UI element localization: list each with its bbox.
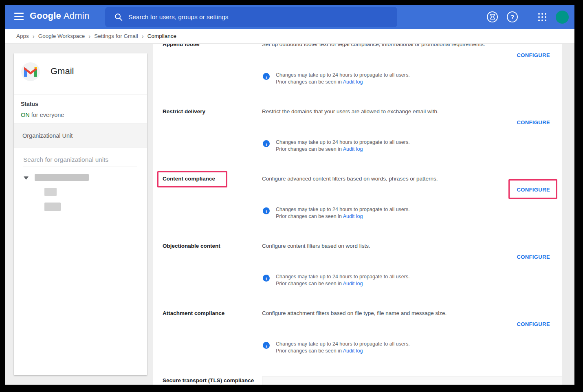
audit-log-link[interactable]: Audit log <box>343 281 363 286</box>
org-unit-child-redacted[interactable] <box>44 203 61 211</box>
chevron-right-icon: › <box>142 33 144 39</box>
audit-log-link[interactable]: Audit log <box>343 348 363 354</box>
global-search-input[interactable] <box>128 7 388 27</box>
org-unit-card: Gmail Status ON for everyone Organizatio… <box>14 53 147 375</box>
status-label: Status <box>21 101 38 107</box>
setting-description: Set up outbound footer text for legal co… <box>262 44 539 48</box>
note-line2: Prior changes can be seen in Audit log <box>276 146 363 152</box>
org-unit-search <box>23 154 137 167</box>
trial-hourglass-icon[interactable] <box>487 11 498 22</box>
info-icon <box>263 73 270 80</box>
chevron-right-icon: › <box>33 33 35 39</box>
status-value: ON for everyone <box>21 112 64 118</box>
setting-row-restrict-delivery: Restrict delivery Restrict the domains t… <box>153 108 562 174</box>
info-icon <box>263 342 270 349</box>
audit-log-link[interactable]: Audit log <box>343 214 363 219</box>
breadcrumb-settings-for-gmail[interactable]: Settings for Gmail <box>94 33 138 39</box>
note-line1: Changes may take up to 24 hours to propa… <box>276 207 410 212</box>
note-line2-text: Prior changes can be seen in <box>276 146 342 152</box>
account-avatar[interactable] <box>556 11 569 24</box>
global-search-bar[interactable] <box>105 7 397 27</box>
note-line1: Changes may take up to 24 hours to propa… <box>276 274 410 280</box>
org-unit-child-redacted[interactable] <box>44 188 57 196</box>
setting-description: Configure attachment filters based on fi… <box>262 310 539 317</box>
setting-description: Configure advanced content filters based… <box>262 176 539 182</box>
apps-grid-icon[interactable] <box>538 13 546 21</box>
product-logo[interactable]: GoogleAdmin <box>30 11 89 21</box>
setting-label: Secure transport (TLS) compliance <box>163 377 268 384</box>
org-unit-root-redacted[interactable] <box>35 174 89 181</box>
setting-description: Configure content filters based on word … <box>262 243 539 249</box>
configure-button[interactable]: CONFIGURE <box>517 119 550 126</box>
note-line1: Changes may take up to 24 hours to propa… <box>276 72 410 78</box>
top-app-bar: GoogleAdmin ? <box>5 5 574 29</box>
org-unit-label: Organizational Unit <box>22 132 73 139</box>
chevron-right-icon: › <box>88 33 90 39</box>
setting-row-attachment-compliance: Attachment compliance Configure attachme… <box>153 310 562 375</box>
configure-button[interactable]: CONFIGURE <box>517 187 550 193</box>
configure-button[interactable]: CONFIGURE <box>517 254 550 260</box>
configure-button[interactable]: CONFIGURE <box>517 52 550 58</box>
note-line1: Changes may take up to 24 hours to propa… <box>276 341 410 347</box>
settings-list: Append footer Set up outbound footer tex… <box>153 44 562 385</box>
brand-google: Google <box>30 11 61 21</box>
setting-row-tls-compliance: Secure transport (TLS) compliance <box>153 377 562 385</box>
brand-admin: Admin <box>64 11 89 21</box>
note-line2-text: Prior changes can be seen in <box>276 79 342 85</box>
breadcrumb-apps[interactable]: Apps <box>16 33 29 39</box>
setting-label: Attachment compliance <box>163 310 258 317</box>
page-body: Gmail Status ON for everyone Organizatio… <box>5 44 574 385</box>
service-header: Gmail <box>14 53 147 95</box>
admin-console-window: GoogleAdmin ? Apps › <box>5 5 574 385</box>
search-icon <box>114 13 123 22</box>
breadcrumb: Apps › Google Workspace › Settings for G… <box>5 29 574 44</box>
setting-label: Content compliance <box>163 176 258 182</box>
question-glyph: ? <box>510 13 514 20</box>
setting-label: Restrict delivery <box>163 108 258 115</box>
note-line2: Prior changes can be seen in Audit log <box>276 281 363 286</box>
note-line2: Prior changes can be seen in Audit log <box>276 214 363 219</box>
breadcrumb-current-compliance: Compliance <box>147 33 176 39</box>
status-suffix: for everyone <box>31 112 64 118</box>
status-section: Status ON for everyone <box>14 95 147 124</box>
gmail-logo-icon <box>21 62 40 81</box>
setting-row-objectionable-content: Objectionable content Configure content … <box>153 243 562 308</box>
setting-panel <box>262 377 562 385</box>
tree-expand-arrow-icon[interactable] <box>24 176 29 180</box>
screenshot-frame: GoogleAdmin ? Apps › <box>0 0 583 392</box>
help-icon[interactable]: ? <box>507 11 518 22</box>
note-line2: Prior changes can be seen in Audit log <box>276 79 363 85</box>
breadcrumb-google-workspace[interactable]: Google Workspace <box>38 33 85 39</box>
note-line2: Prior changes can be seen in Audit log <box>276 348 363 354</box>
setting-description: Restrict the domains that your users are… <box>262 108 539 115</box>
sidebar: Gmail Status ON for everyone Organizatio… <box>5 44 153 385</box>
main-menu-icon[interactable] <box>14 13 24 20</box>
setting-label: Append footer <box>163 44 258 48</box>
status-on-badge: ON <box>21 112 30 118</box>
setting-row-append-footer: Append footer Set up outbound footer tex… <box>153 44 562 106</box>
scrollbar-gutter[interactable] <box>562 44 574 385</box>
info-icon <box>263 207 270 214</box>
note-line2-text: Prior changes can be seen in <box>276 348 342 354</box>
info-icon <box>263 140 270 147</box>
audit-log-link[interactable]: Audit log <box>343 79 363 85</box>
audit-log-link[interactable]: Audit log <box>343 146 363 152</box>
note-line2-text: Prior changes can be seen in <box>276 281 342 286</box>
configure-button[interactable]: CONFIGURE <box>517 321 550 327</box>
setting-label: Objectionable content <box>163 243 258 249</box>
note-line1: Changes may take up to 24 hours to propa… <box>276 139 410 145</box>
note-line2-text: Prior changes can be seen in <box>276 214 342 219</box>
org-unit-header[interactable]: Organizational Unit <box>14 124 147 148</box>
service-title: Gmail <box>51 66 74 77</box>
setting-row-content-compliance: Content compliance Configure advanced co… <box>153 176 562 241</box>
org-unit-search-input[interactable] <box>23 154 137 167</box>
info-icon <box>263 275 270 282</box>
